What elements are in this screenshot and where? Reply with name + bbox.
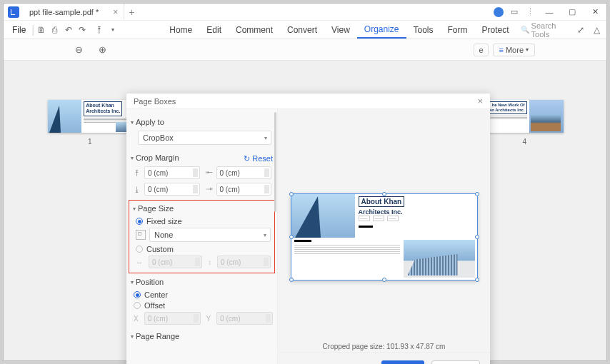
- menu-comment[interactable]: Comment: [229, 21, 280, 39]
- section-page-range[interactable]: Page Range: [131, 332, 273, 340]
- custom-width-input: 0 (cm): [149, 256, 202, 268]
- cancel-button[interactable]: Cancel: [431, 360, 480, 365]
- user-avatar-icon[interactable]: [494, 7, 504, 17]
- menu-organize[interactable]: Organize: [357, 21, 406, 39]
- zoom-out-icon[interactable]: ⊖: [75, 44, 83, 55]
- apply-to-select[interactable]: CropBox: [138, 131, 271, 145]
- crop-handle-l[interactable]: [289, 235, 294, 239]
- menu-edit[interactable]: Edit: [199, 21, 229, 39]
- menu-form[interactable]: Form: [441, 21, 475, 39]
- offset-y-input: 0 (cm): [216, 312, 273, 325]
- preview-panel: About Khan Architects Inc. ——————: [278, 109, 490, 364]
- app-icon: [8, 6, 19, 18]
- close-button[interactable]: ✕: [586, 6, 604, 19]
- panel-scrollbar[interactable]: [274, 112, 276, 212]
- maximize-button[interactable]: ▢: [564, 6, 581, 19]
- expand-icon[interactable]: ⤢: [574, 22, 587, 38]
- page-thumbnail-4[interactable]: he New Work Of an Architects Inc.: [485, 100, 564, 133]
- minimize-button[interactable]: —: [541, 6, 558, 19]
- crop-handle-tl[interactable]: [289, 192, 294, 196]
- dialog-title: Page Boxes: [134, 97, 176, 106]
- chat-icon[interactable]: ▭: [509, 7, 519, 17]
- apply-button[interactable]: Apply: [381, 360, 424, 365]
- custom-height-input: 0 (cm): [217, 256, 271, 268]
- custom-radio[interactable]: Custom: [136, 245, 271, 253]
- reset-button[interactable]: Reset: [244, 154, 273, 163]
- margin-right-input[interactable]: 0 (cm): [216, 183, 272, 196]
- page-thumbnail-1[interactable]: About Khan Architects Inc.: [48, 100, 132, 133]
- crop-handle-r[interactable]: [475, 235, 479, 239]
- menu-convert[interactable]: Convert: [280, 21, 324, 39]
- redo-icon[interactable]: ↷: [75, 22, 89, 38]
- page-size-highlight: Page Size Fixed size None Custom ↔ 0 (cm…: [129, 200, 275, 273]
- more-button[interactable]: ≡More▾: [493, 44, 535, 56]
- titlebar: ppt file-sample.pdf * × + ▭ ⋮ — ▢ ✕: [4, 4, 606, 21]
- page-preview[interactable]: About Khan Architects Inc. ——————: [291, 193, 478, 280]
- thumb-label-1: 1: [88, 138, 92, 146]
- save-icon[interactable]: 🗎: [35, 22, 49, 38]
- margin-bottom-input[interactable]: 0 (cm): [144, 183, 200, 196]
- file-menu[interactable]: File: [6, 25, 31, 35]
- offset-x-input: 0 (cm): [144, 312, 201, 325]
- fixed-size-radio[interactable]: Fixed size: [136, 217, 271, 226]
- undo-icon[interactable]: ↶: [61, 22, 75, 38]
- tab-filename: ppt file-sample.pdf *: [29, 8, 99, 16]
- center-radio[interactable]: Center: [134, 290, 273, 299]
- orientation-icon[interactable]: [136, 230, 146, 240]
- crop-handle-bl[interactable]: [289, 278, 294, 282]
- thumb1-title: About Khan Architects Inc.: [84, 101, 122, 116]
- crop-rectangle[interactable]: [291, 193, 478, 280]
- margin-left-input[interactable]: 0 (cm): [216, 166, 272, 179]
- dialog-close-icon[interactable]: ×: [477, 96, 483, 106]
- new-tab-button[interactable]: +: [129, 6, 134, 18]
- toolbar-strip: ⊖ ⊕ e ≡More▾: [4, 39, 606, 61]
- cropped-size-label: Cropped page size: 101.93 x 47.87 cm: [278, 338, 490, 352]
- dropdown-icon[interactable]: ▾: [106, 22, 119, 38]
- document-tab[interactable]: ppt file-sample.pdf * ×: [24, 4, 124, 20]
- margin-left-icon: ⭰: [204, 168, 214, 178]
- crop-handle-tr[interactable]: [475, 192, 479, 196]
- menu-tools[interactable]: Tools: [406, 21, 441, 39]
- offset-radio[interactable]: Offset: [134, 301, 273, 310]
- section-crop-margin[interactable]: Crop Margin: [131, 153, 244, 162]
- crop-handle-b[interactable]: [382, 278, 386, 282]
- crop-handle-t[interactable]: [382, 192, 386, 196]
- crop-handle-br[interactable]: [475, 278, 479, 282]
- thumb-label-4: 4: [522, 138, 526, 146]
- margin-top-input[interactable]: 0 (cm): [144, 166, 200, 179]
- zoom-in-icon[interactable]: ⊕: [99, 44, 106, 55]
- menu-protect[interactable]: Protect: [475, 21, 516, 39]
- margin-bottom-icon: ⭳: [132, 184, 142, 194]
- menu-view[interactable]: View: [324, 21, 357, 39]
- thumb4-title: he New Work Of an Architects Inc.: [487, 101, 527, 114]
- section-apply-to[interactable]: Apply to: [131, 118, 273, 126]
- print-icon[interactable]: ⎙: [48, 22, 61, 38]
- search-tools[interactable]: Search Tools: [516, 21, 572, 39]
- section-page-size[interactable]: Page Size: [133, 204, 271, 213]
- settings-panel: Apply to CropBox Crop Margin Reset ⭱0 (c…: [126, 109, 278, 364]
- menubar: File | 🗎 ⎙ ↶ ↷ ⭱ ▾ Home Edit Comment Con…: [4, 21, 606, 39]
- partial-button[interactable]: e: [474, 44, 488, 56]
- y-label: Y: [206, 315, 211, 323]
- collapse-icon[interactable]: △: [591, 22, 604, 38]
- menu-home[interactable]: Home: [162, 21, 199, 39]
- section-position[interactable]: Position: [131, 278, 273, 286]
- export-icon[interactable]: ⭱: [92, 22, 106, 38]
- margin-top-icon: ⭱: [132, 168, 142, 178]
- page-size-select[interactable]: None: [149, 228, 271, 242]
- page-boxes-dialog: Page Boxes × Apply to CropBox Crop Margi…: [126, 93, 490, 364]
- document-area: About Khan Architects Inc. 1 he New Work…: [4, 61, 606, 360]
- margin-right-icon: ⭲: [204, 184, 214, 194]
- tab-close-icon[interactable]: ×: [113, 7, 118, 17]
- x-label: X: [134, 315, 139, 323]
- kebab-menu-icon[interactable]: ⋮: [525, 7, 535, 17]
